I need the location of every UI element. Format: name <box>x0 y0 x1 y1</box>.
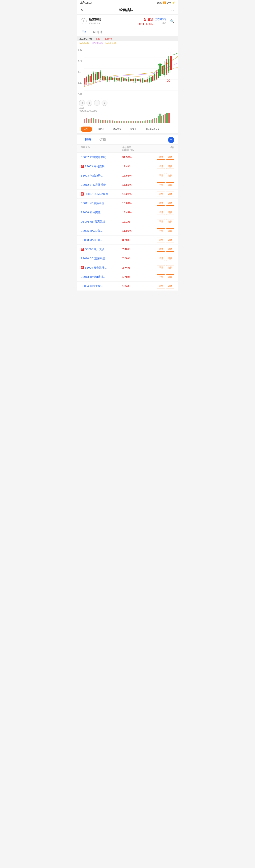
strategy-name-link[interactable]: BS007 布林震荡系统 <box>81 155 122 159</box>
chart-zoom-out-button[interactable]: − <box>94 100 100 106</box>
svg-rect-118 <box>102 120 103 123</box>
strategy-name-text: BS004 均线支撑... <box>81 284 103 288</box>
svg-rect-146 <box>151 120 152 123</box>
strategy-name-link[interactable]: 热SS003 网格交易... <box>81 165 122 168</box>
svg-rect-141 <box>142 121 143 123</box>
stock-price-block: 5.83 -0.11 -1.85% <box>138 17 153 26</box>
stock-add-button[interactable]: + <box>81 18 87 24</box>
subscribe-button[interactable]: 订阅 <box>166 201 174 206</box>
svg-rect-140 <box>140 121 141 123</box>
strategy-name-cell: BS010 CCI震荡系统 <box>81 257 122 260</box>
subscribe-button[interactable]: 订阅 <box>166 164 174 169</box>
subscribe-button[interactable]: 订阅 <box>166 265 174 270</box>
subscribe-button[interactable]: 订阅 <box>166 210 174 215</box>
subscribe-button[interactable]: 订阅 <box>166 192 174 196</box>
strategy-add-button[interactable]: + <box>168 137 174 143</box>
strategy-name-text: BS003 均线趋势... <box>81 174 103 178</box>
strategy-name-text: BS005 MACD背... <box>81 229 103 233</box>
subscribe-button[interactable]: 订阅 <box>166 219 174 224</box>
detail-button[interactable]: 详情 <box>157 284 165 288</box>
subscribe-button[interactable]: 订阅 <box>166 284 174 288</box>
svg-rect-133 <box>128 121 129 123</box>
strategy-name-link[interactable]: BS006 布林突破... <box>81 211 122 214</box>
close-button[interactable]: × <box>81 8 83 12</box>
strategy-yield: 17.68% <box>122 174 153 177</box>
indicator-heikinashi[interactable]: HeikinAshi <box>143 127 162 132</box>
subscribe-button[interactable]: 订阅 <box>166 173 174 178</box>
table-row: BS013 肯特纳通道...1.78%详情订阅 <box>77 272 178 281</box>
detail-button[interactable]: 详情 <box>157 173 165 178</box>
strategy-name-link[interactable]: BS011 KD震荡系统 <box>81 202 122 205</box>
col-action-header: 操作 <box>153 146 174 151</box>
candlestick-chart[interactable]: 6.14 5.82 5.5 5.17 4.85 <box>77 45 178 99</box>
table-row: BS011 KD震荡系统15.69%详情订阅 <box>77 199 178 208</box>
subscribe-button[interactable]: 订阅 <box>166 182 174 187</box>
svg-rect-151 <box>159 114 161 123</box>
detail-button[interactable]: 详情 <box>157 219 165 224</box>
strategy-name-link[interactable]: BS004 均线支撑... <box>81 284 122 288</box>
svg-rect-119 <box>103 120 104 123</box>
strategy-actions: 详情订阅 <box>153 192 174 196</box>
strategy-yield: 1.34% <box>122 284 153 287</box>
strategy-name-link[interactable]: BS005 MACD背... <box>81 229 122 233</box>
chart-low-label: 4.85 <box>79 107 84 110</box>
detail-button[interactable]: 详情 <box>157 182 165 187</box>
table-row: BS003 均线趋势...17.68%详情订阅 <box>77 171 178 180</box>
subscribe-button[interactable]: 订阅 <box>166 256 174 261</box>
indicator-vol[interactable]: VOL <box>81 127 92 132</box>
strategy-yield: 16.27% <box>122 192 153 195</box>
detail-button[interactable]: 详情 <box>157 265 165 270</box>
indicator-macd[interactable]: MACD <box>110 127 124 132</box>
tab-60min[interactable]: 60分钟 <box>92 29 103 36</box>
detail-button[interactable]: 详情 <box>157 155 165 160</box>
tab-daily-k[interactable]: 日K <box>81 29 87 36</box>
detail-button[interactable]: 详情 <box>157 210 165 215</box>
indicator-kdj[interactable]: KDJ <box>96 127 106 132</box>
chart-zoom-in-button[interactable]: + <box>87 100 92 106</box>
hot-badge: 热 <box>81 192 84 195</box>
detail-button[interactable]: 详情 <box>157 228 165 233</box>
chart-next-button[interactable]: > <box>102 100 107 106</box>
strategy-name-link[interactable]: 热FS007 RUMI改良版 <box>81 192 122 196</box>
detail-button[interactable]: 详情 <box>157 256 165 261</box>
strategy-name-link[interactable]: 热SS004 安全追涨... <box>81 266 122 270</box>
strategy-name-cell: BS013 肯特纳通道... <box>81 275 122 279</box>
chart-prev-button[interactable]: < <box>79 100 85 106</box>
detail-button[interactable]: 详情 <box>157 238 165 242</box>
subscribe-button[interactable]: 订阅 <box>166 238 174 242</box>
table-row: BS010 CCI震荡系统7.09%详情订阅 <box>77 254 178 263</box>
detail-button[interactable]: 详情 <box>157 164 165 169</box>
strategy-name-link[interactable]: BS008 MACD震... <box>81 238 122 242</box>
search-icon[interactable]: 🔍 <box>170 19 174 23</box>
strategy-actions: 详情订阅 <box>153 182 174 187</box>
detail-button[interactable]: 详情 <box>157 247 165 252</box>
svg-rect-131 <box>124 121 125 123</box>
strategy-name-link[interactable]: 热GS008 顾比复合... <box>81 247 122 251</box>
strategy-name-text: BS008 MACD震... <box>81 238 103 242</box>
subscribe-button[interactable]: 订阅 <box>166 155 174 160</box>
strategy-name-link[interactable]: BS010 CCI震荡系统 <box>81 257 122 260</box>
tab-classic[interactable]: 经典 <box>81 135 95 144</box>
status-bar: 上午11:14 5G↑↓ 📶 94%⚡ <box>77 0 178 5</box>
chart-svg: 买 卖 <box>77 45 178 99</box>
tab-subscribed[interactable]: 订阅 <box>95 135 110 144</box>
strategy-yield: 8.78% <box>122 239 153 242</box>
subscribe-button[interactable]: 订阅 <box>166 228 174 233</box>
svg-rect-153 <box>163 115 164 123</box>
strategy-name-link[interactable]: BS013 肯特纳通道... <box>81 275 122 279</box>
strategy-name-link[interactable]: GS001 RSI背离系统 <box>81 220 122 224</box>
indicator-boll[interactable]: BOLL <box>127 127 140 132</box>
subscribe-button[interactable]: 订阅 <box>166 274 174 279</box>
detail-button[interactable]: 详情 <box>157 192 165 196</box>
strategy-actions: 详情订阅 <box>153 228 174 233</box>
table-row: 热SS004 安全追涨...2.74%详情订阅 <box>77 263 178 272</box>
subscribe-button[interactable]: 订阅 <box>166 247 174 252</box>
svg-rect-142 <box>144 121 145 123</box>
more-button[interactable]: ··· <box>169 7 174 12</box>
detail-button[interactable]: 详情 <box>157 274 165 279</box>
strategy-name-link[interactable]: BS012 STC震荡系统 <box>81 183 122 187</box>
strategy-yield: 31.52% <box>122 156 153 159</box>
table-row: BS008 MACD震...8.78%详情订阅 <box>77 236 178 245</box>
strategy-name-link[interactable]: BS003 均线趋势... <box>81 174 122 178</box>
detail-button[interactable]: 详情 <box>157 201 165 206</box>
